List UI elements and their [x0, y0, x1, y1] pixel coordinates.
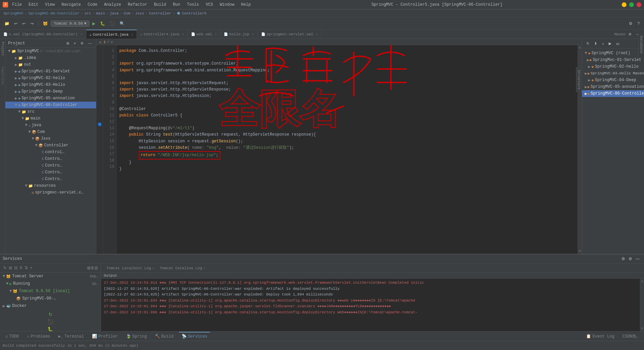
toolbar-help[interactable]: ? [636, 20, 641, 27]
tree-item-deep[interactable]: ▶ ◆ SpringMVC-04-Deep [5, 88, 96, 95]
minimize-button[interactable] [622, 2, 626, 7]
run-config-selector[interactable]: Tomcat 9.0.56 ▼ [51, 21, 89, 27]
sidebar-settings-btn[interactable]: ⚙ [79, 40, 85, 46]
output-tab-catalina-close[interactable]: ✕ [203, 266, 205, 270]
toolbar-icon4[interactable]: ↪ [29, 20, 35, 27]
maven-item-01[interactable]: ▶ ◆ SpringMvc-01-Servlet [582, 57, 644, 63]
svc-item-tomcat-server[interactable]: ▼ 🐱 Tomcat Server Dep… [0, 273, 101, 280]
menu-view[interactable]: View [44, 2, 56, 8]
tree-item-controll3[interactable]: C Contro… [5, 162, 96, 169]
bottom-tool-terminal[interactable]: ▶_ Terminal [56, 332, 87, 340]
bottom-tool-build[interactable]: 🔨 Build [152, 332, 176, 340]
toolbar-search[interactable]: 🔍 [118, 20, 126, 27]
tab-xml-close[interactable]: ✕ [81, 32, 83, 36]
sidebar-collapse-btn[interactable]: ≡ [72, 40, 78, 46]
svc-item-docker[interactable]: ▶ 🐳 Docker [0, 302, 101, 310]
menu-file[interactable]: File [11, 2, 23, 8]
settings-button[interactable]: ⚙ [627, 20, 634, 27]
toolbar-icon2[interactable]: ↩ [12, 20, 19, 27]
right-panel-settings[interactable]: ⚙ [627, 31, 633, 37]
toolbar-icon1[interactable]: 📁 [3, 20, 11, 27]
output-scrollbar[interactable]: ▲ ▼ [640, 279, 644, 331]
tree-item-java[interactable]: ▼ ☕ java [5, 122, 96, 129]
tree-item-controll5[interactable]: C Contro… [5, 176, 96, 182]
maven-settings-btn[interactable]: m [614, 41, 621, 47]
services-options-btn[interactable]: ⚙ [627, 255, 634, 262]
menu-tools[interactable]: Tools [186, 2, 201, 8]
tree-item-controller-module[interactable]: ▼ ◆ SpringMVC-06-Controller [5, 102, 96, 108]
svc-refresh-btn[interactable]: ↻ [3, 265, 7, 271]
menu-window[interactable]: Window [218, 2, 236, 8]
menu-code[interactable]: Code [86, 2, 99, 8]
build-button[interactable]: ▶ [91, 20, 97, 27]
breadcrumb-springmvc[interactable]: SpringMVC [3, 11, 23, 15]
output-scroll-down[interactable]: ▼ [640, 326, 644, 331]
tab-springmvcservlet-close[interactable]: ✕ [316, 32, 318, 36]
tree-item-hello3[interactable]: ▶ ◆ SpringMVC-03-Hello [5, 81, 96, 88]
maven-download-btn[interactable]: ⬇ [592, 40, 599, 47]
scroll-down[interactable]: ▼ [578, 249, 582, 254]
maven-item-03[interactable]: ▶ ◆ SpringMVC-03-Hello Maven Webap… [582, 70, 644, 77]
menu-help[interactable]: Help [240, 2, 252, 8]
maven-add-btn[interactable]: + [600, 41, 606, 47]
svc-restart-btn[interactable]: ↻ [3, 311, 98, 318]
bottom-tool-spring[interactable]: 🍃 Spring [123, 332, 150, 340]
favorites-tab[interactable]: Favorites [1, 67, 4, 85]
stop-button[interactable]: ⬛ [108, 20, 117, 27]
bottom-tool-eventlog[interactable]: 📋 Event Log [583, 332, 617, 340]
tree-item-jsxs[interactable]: ▼ 📦 Jsxs [5, 135, 96, 142]
tab-springmvcservlet[interactable]: 📄 springmvc-servlet.xml ✕ [258, 30, 322, 39]
menu-run[interactable]: Run [172, 2, 182, 8]
tree-item-src[interactable]: ▼ 📁 src [5, 108, 96, 115]
tree-item-annoation[interactable]: ▶ ◆ SpringMVC-05-annoation [5, 95, 96, 102]
tree-item-controller-pkg[interactable]: ▼ 📦 Controller [5, 142, 96, 149]
tree-item-controll2[interactable]: C Contro… [5, 155, 96, 162]
maximize-button[interactable] [629, 2, 634, 7]
tree-item-controll4[interactable]: C Contro… [5, 169, 96, 176]
close-button[interactable] [637, 2, 641, 7]
breadcrumb-controller[interactable]: SpringMVC-06-Controller [28, 11, 80, 15]
menu-refactor[interactable]: Refactor [126, 2, 149, 8]
maven-item-06[interactable]: ▶ ◆ SpringMVC-06-Controller [582, 90, 644, 97]
sidebar-minimize-btn[interactable]: — [87, 40, 93, 46]
tree-item-com[interactable]: ▼ 📦 Com [5, 129, 96, 135]
tab-webxml-close[interactable]: ✕ [215, 32, 217, 36]
maven-item-05[interactable]: ▶ ◆ SpringMVC-05-annoation [582, 83, 644, 90]
bottom-tool-profiler[interactable]: 📊 Profiler [89, 332, 121, 340]
bottom-tool-csdn[interactable]: CSDN热… [620, 331, 641, 341]
bottom-tool-services[interactable]: 📡 Services [179, 332, 210, 340]
maven-run-btn[interactable]: ▶ [607, 40, 613, 47]
code-editor[interactable]: package Com.Jsxs.Controller; import org.… [117, 45, 578, 254]
svc-item-running[interactable]: ▼ ▶ Running Sp… [0, 280, 101, 287]
tree-item-servletxml[interactable]: ⚙ springmvc-servlet.x… [5, 189, 96, 196]
maven-item-root[interactable]: ▼ ◆ SpringMVC (root) [582, 50, 644, 57]
menu-vcs[interactable]: VCS [205, 2, 215, 8]
menu-edit[interactable]: Edit [27, 2, 40, 8]
tree-item-main[interactable]: ▼ 📁 main [5, 115, 96, 122]
scroll-up[interactable]: ▲ [578, 45, 582, 50]
svc-item-artifact[interactable]: 📦 SpringMVC-06-… [0, 295, 101, 302]
debug-button[interactable]: 🐛 [98, 20, 107, 27]
svc-item-tomcat-instance[interactable]: ▼ 🐱 Tomcat 9.0.56 [local] [0, 287, 101, 295]
tab-controller5-close[interactable]: ✕ [131, 33, 133, 37]
tree-item-out[interactable]: ▶ 📁 out [5, 61, 96, 68]
output-tab-catalina[interactable]: Tomcat Catalina Log ✕ [157, 265, 208, 272]
maven-item-04[interactable]: ▶ ◆ SpringMVC-04-Deep [582, 77, 644, 83]
tree-item-idea[interactable]: ▶ 📁 .idea [5, 55, 96, 61]
services-settings-btn[interactable]: ⚙ [620, 255, 627, 262]
svc-filter-btn[interactable]: ⚲ [19, 265, 23, 271]
output-tab-localhost-close[interactable]: ✕ [152, 266, 154, 270]
tab-hellojsp[interactable]: 📄 hello.jsp ✕ [220, 30, 257, 39]
tab-controller4-close[interactable]: ✕ [182, 32, 184, 36]
svc-add-btn[interactable]: + [29, 265, 33, 271]
bottom-tool-problems[interactable]: ⚠ Problems [24, 332, 53, 340]
svc-sort-btn[interactable]: ⇅ [24, 265, 29, 271]
gutter-icon-13[interactable]: 🔵 [97, 122, 102, 127]
toolbar-run-config-btn[interactable]: 🐱 [41, 20, 50, 27]
output-scroll-up[interactable]: ▲ [640, 279, 644, 284]
svc-debug-btn[interactable]: 🐛 [3, 326, 98, 331]
output-tab-localhost[interactable]: Tomcat Localhost Log ✕ [104, 265, 157, 272]
tab-xml[interactable]: 📄 x.xml (SpringMVC-06-Controller) ✕ [0, 30, 86, 39]
tree-item-servlet[interactable]: ▶ ◆ SpringMvc-01-Servlet [5, 68, 96, 75]
tab-webxml[interactable]: 📄 web.xml ✕ [188, 30, 220, 39]
